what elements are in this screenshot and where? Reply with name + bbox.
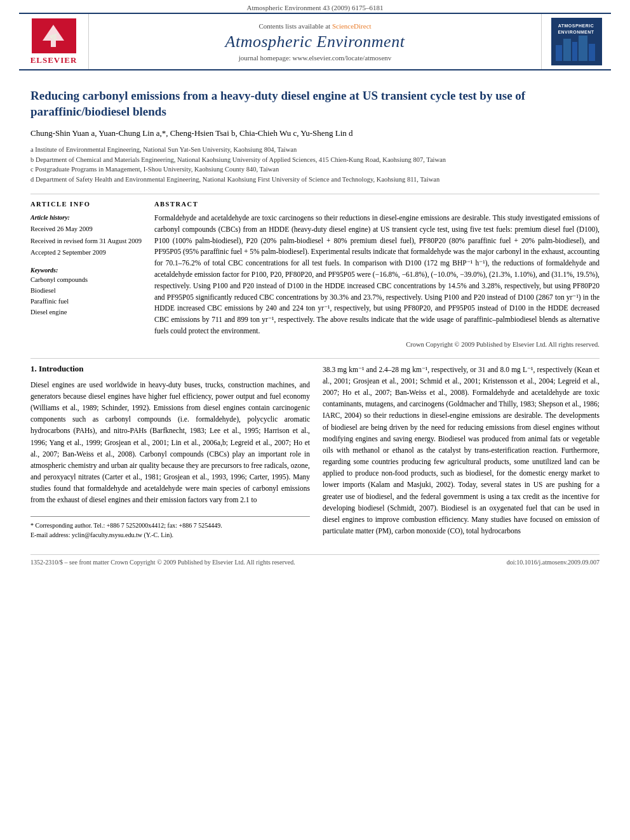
revised-date: Received in revised form 31 August 2009	[30, 236, 142, 247]
affiliation-c: c Postgraduate Programs in Management, I…	[30, 164, 600, 175]
affiliation-b: b Department of Chemical and Materials E…	[30, 155, 600, 165]
footer-bar: 1352-2310/$ – see front matter Crown Cop…	[30, 554, 600, 566]
ae-logo: ATMOSPHERIC ENVIRONMENT	[551, 18, 602, 65]
journal-header: 🌿 ELSEVIER Contents lists available at S…	[19, 13, 611, 70]
authors-text: Chung-Shin Yuan a, Yuan-Chung Lin a,*, C…	[30, 128, 353, 138]
authors-line: Chung-Shin Yuan a, Yuan-Chung Lin a,*, C…	[30, 127, 600, 140]
article-info-heading: Article Info	[30, 201, 142, 208]
intro-heading: 1. Introduction	[30, 364, 310, 374]
svg-rect-6	[563, 39, 571, 61]
keyword-3: Paraffinic fuel	[30, 297, 142, 307]
received-date: Received 26 May 2009	[30, 224, 142, 235]
keyword-1: Carbonyl compounds	[30, 275, 142, 286]
article-info-box: Article history: Received 26 May 2009 Re…	[30, 213, 142, 258]
tree-svg: 🌿	[36, 22, 71, 50]
keywords-section: Keywords: Carbonyl compounds Biodiesel P…	[30, 265, 142, 317]
intro-right-text: 38.3 mg km⁻¹ and 2.4–28 mg km⁻¹, respect…	[323, 364, 600, 537]
ae-logo-svg: ATMOSPHERIC ENVIRONMENT	[553, 20, 600, 64]
homepage-text: journal homepage: www.elsevier.com/locat…	[239, 54, 392, 62]
footnote-section: * Corresponding author. Tel.: +886 7 525…	[30, 516, 310, 540]
abstract-heading: ABSTRACT	[154, 201, 600, 208]
elsevier-logo-container: 🌿 ELSEVIER	[19, 14, 89, 69]
affiliations: a Institute of Environmental Engineering…	[30, 145, 600, 185]
info-abstract-section: Article Info Article history: Received 2…	[30, 194, 600, 348]
footer-doi: doi:10.1016/j.atmosenv.2009.09.007	[507, 559, 600, 566]
elsevier-tree-logo: 🌿	[32, 18, 76, 53]
body-col-left: 1. Introduction Diesel engines are used …	[30, 364, 310, 542]
sciencedirect-link[interactable]: ScienceDirect	[332, 22, 372, 30]
affiliation-d: d Department of Safety Health and Enviro…	[30, 175, 600, 185]
keyword-4: Diesel engine	[30, 307, 142, 318]
elsevier-logo: 🌿 ELSEVIER	[30, 18, 77, 65]
history-label: Article history:	[30, 213, 142, 223]
svg-text:ATMOSPHERIC: ATMOSPHERIC	[558, 23, 594, 28]
elsevier-wordmark: ELSEVIER	[30, 55, 77, 65]
journal-title: Atmospheric Environment	[225, 32, 405, 51]
citation-text: Atmospheric Environment 43 (2009) 6175–6…	[246, 4, 383, 11]
svg-rect-7	[572, 42, 577, 61]
sciencedirect-prefix: Contents lists available at	[258, 22, 330, 30]
footnote-corresponding: * Corresponding author. Tel.: +886 7 525…	[30, 521, 310, 530]
ae-logo-container: ATMOSPHERIC ENVIRONMENT	[541, 14, 611, 69]
svg-text:ENVIRONMENT: ENVIRONMENT	[558, 30, 594, 34]
article-info-col: Article Info Article history: Received 2…	[30, 201, 142, 348]
article-content: Reducing carbonyl emissions from a heavy…	[0, 70, 630, 578]
article-title: Reducing carbonyl emissions from a heavy…	[30, 88, 600, 119]
svg-rect-5	[556, 45, 562, 61]
abstract-col: ABSTRACT Formaldehyde and acetaldehyde a…	[154, 201, 600, 348]
accepted-date: Accepted 2 September 2009	[30, 248, 142, 258]
journal-info-center: Contents lists available at ScienceDirec…	[89, 14, 541, 69]
intro-left-text: Diesel engines are used worldwide in hea…	[30, 379, 310, 506]
svg-rect-3	[51, 41, 56, 47]
page-wrapper: Atmospheric Environment 43 (2009) 6175–6…	[0, 0, 630, 578]
article-body: 1. Introduction Diesel engines are used …	[30, 358, 600, 542]
keywords-label: Keywords:	[30, 267, 58, 274]
keyword-2: Biodiesel	[30, 286, 142, 297]
svg-rect-9	[589, 44, 595, 61]
journal-homepage: journal homepage: www.elsevier.com/locat…	[239, 54, 392, 62]
affiliation-a: a Institute of Environmental Engineering…	[30, 145, 600, 155]
svg-rect-8	[579, 36, 587, 61]
body-col-right: 38.3 mg km⁻¹ and 2.4–28 mg km⁻¹, respect…	[323, 364, 600, 542]
footnote-email: E-mail address: yclin@faculty.nsysu.edu.…	[30, 530, 310, 540]
top-citation-bar: Atmospheric Environment 43 (2009) 6175–6…	[0, 0, 630, 13]
abstract-text: Formaldehyde and acetaldehyde are toxic …	[154, 213, 600, 337]
copyright-line: Crown Copyright © 2009 Published by Else…	[154, 341, 600, 348]
footer-issn: 1352-2310/$ – see front matter Crown Cop…	[30, 559, 295, 566]
sciencedirect-line: Contents lists available at ScienceDirec…	[258, 22, 371, 30]
